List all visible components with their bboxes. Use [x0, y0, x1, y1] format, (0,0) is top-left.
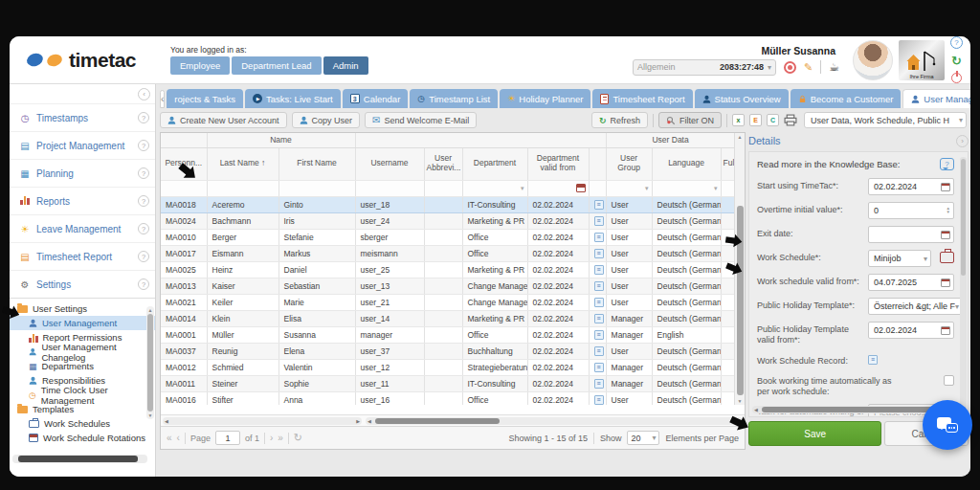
save-button[interactable]: Save — [748, 421, 881, 446]
calendar-icon[interactable] — [941, 278, 950, 287]
prev-page-button[interactable]: ‹ — [177, 433, 180, 443]
table-row[interactable]: MA0016 Stifter Anna user_16 Office 02.02… — [161, 391, 735, 405]
refresh-icon[interactable]: ↻ — [951, 54, 962, 68]
refresh-button[interactable]: ↻ Refresh — [591, 112, 648, 128]
tree-item-user-management[interactable]: User Management — [10, 316, 155, 330]
details-vertical-scrollbar[interactable] — [960, 157, 967, 412]
start-using-date-input[interactable]: 02.02.2024 — [868, 178, 954, 195]
sidebar-item-project-management[interactable]: ▤ Project Management ? — [10, 131, 155, 159]
tree-item-user-management-changelog[interactable]: User Management Changelog — [10, 345, 155, 359]
table-row[interactable]: MA0001 Müller Susanna manager Office 02.… — [161, 326, 735, 343]
task-selector[interactable]: Allgemein 2083:27:48 ▾ — [633, 59, 776, 76]
help-icon[interactable]: ? — [138, 140, 149, 151]
calendar-icon[interactable] — [941, 183, 950, 191]
user-data-record-icon[interactable]: ≡ — [594, 346, 604, 356]
user-data-record-icon[interactable]: ≡ — [594, 265, 604, 275]
scroll-up-icon[interactable]: ▲ — [735, 134, 745, 140]
help-icon[interactable]: ? — [138, 167, 149, 179]
tree-item-work-schedule-rotations[interactable]: Work Schedule Rotations — [10, 431, 155, 445]
col-language[interactable]: Language — [652, 147, 721, 180]
col-last-name[interactable]: Last Name ↑ — [207, 147, 278, 180]
book-working-time-checkbox[interactable] — [944, 375, 954, 386]
sidebar-collapse-icon[interactable]: ‹ — [138, 88, 150, 100]
scroll-columns-scrollbar[interactable]: ◀ ▶ — [366, 417, 743, 425]
scroll-up-icon[interactable]: ▲ — [146, 307, 154, 313]
col-username[interactable]: Username — [355, 147, 424, 180]
tab-tasks-live-start[interactable]: ▶ Tasks: Live Start — [245, 89, 341, 108]
sidebar-item-timestamps[interactable]: ◷ Timestamps ? — [10, 103, 155, 131]
help-icon[interactable]: ? — [950, 36, 963, 49]
sidebar-item-reports[interactable]: Reports ? — [10, 187, 155, 214]
filter-username[interactable] — [355, 180, 424, 196]
user-data-record-icon[interactable]: ≡ — [594, 298, 604, 307]
scroll-down-icon[interactable]: ▼ — [146, 412, 154, 418]
sidebar-vertical-scrollbar[interactable]: ▲ ▼ — [146, 306, 154, 419]
scroll-left-icon[interactable]: ◀ — [754, 407, 758, 412]
user-data-record-icon[interactable]: ≡ — [594, 330, 604, 340]
help-icon[interactable]: ? — [138, 278, 149, 290]
user-data-record-icon[interactable]: ≡ — [594, 379, 604, 389]
export-e-icon[interactable]: E — [749, 114, 762, 126]
table-row[interactable]: MA0014 Klein Elisa user_14 Marketing & P… — [161, 310, 735, 326]
stop-recording-icon[interactable] — [784, 61, 796, 74]
knowledge-base-link[interactable]: Read more in the Knowledge Base: — [757, 159, 940, 169]
support-chat-button[interactable] — [923, 400, 972, 450]
table-row[interactable]: MA0013 Kaiser Sebastian user_13 Change M… — [161, 278, 735, 294]
user-data-record-icon[interactable]: ≡ — [594, 363, 604, 372]
spin-down-icon[interactable]: ▼ — [947, 211, 950, 214]
knowledge-chat-icon[interactable]: ? — [940, 158, 954, 170]
col-user-abbreviation[interactable]: User Abbrevi... — [424, 147, 462, 180]
role-department-lead-button[interactable]: Department Lead — [232, 56, 321, 75]
sidebar-item-planning[interactable]: ▦ Planning ? — [10, 159, 155, 187]
logout-power-icon[interactable] — [951, 73, 962, 83]
timetac-logo[interactable]: timetac — [27, 49, 161, 72]
page-number-input[interactable]: 1 — [215, 431, 240, 445]
tab-scroll-left-button[interactable]: ‹ — [160, 90, 165, 108]
role-employee-button[interactable]: Employee — [170, 56, 230, 75]
col-department-valid-from[interactable]: Department valid from — [527, 147, 589, 180]
col-first-name[interactable]: First Name — [278, 147, 355, 180]
scroll-left-icon[interactable]: ◀ — [368, 418, 371, 424]
print-icon[interactable] — [784, 114, 797, 126]
role-admin-button[interactable]: Admin — [323, 56, 368, 75]
scrollbar-thumb[interactable] — [961, 159, 966, 276]
col-department[interactable]: Department — [462, 147, 527, 180]
overtime-input[interactable]: 0 ▲▼ — [868, 202, 954, 219]
send-welcome-email-button[interactable]: ✉ Send Welcome E-Mail — [365, 112, 477, 128]
avatar[interactable] — [853, 40, 893, 80]
scroll-right-icon[interactable]: ▶ — [356, 418, 360, 424]
tab-timesheet-report[interactable]: Timesheet Report — [592, 89, 692, 108]
tab-timestamp-list[interactable]: ◷ Timestamp List — [410, 89, 498, 108]
scroll-down-icon[interactable]: ▼ — [735, 398, 745, 404]
table-row[interactable]: MA0037 Reunig Elena user_37 Buchhaltung … — [161, 343, 735, 359]
user-data-record-icon[interactable]: ≡ — [594, 233, 604, 242]
break-coffee-icon[interactable]: ☕ — [829, 60, 839, 74]
scrollbar-thumb[interactable] — [762, 407, 934, 412]
table-row[interactable]: MA0017 Eismann Markus meismann Office 02… — [161, 245, 735, 261]
sidebar-item-leave-management[interactable]: ☀ Leave Management ? — [10, 214, 155, 242]
export-c-icon[interactable]: C — [767, 114, 779, 126]
tab-status-overview[interactable]: Status Overview — [695, 89, 789, 108]
column-set-dropdown[interactable]: User Data, Work Schedule, Public H ▾ — [804, 112, 967, 128]
export-excel-icon[interactable]: x — [732, 114, 745, 126]
filter-abbreviation[interactable] — [424, 180, 462, 196]
table-row[interactable]: MA0011 Steiner Sophie user_11 IT-Consult… — [161, 375, 735, 391]
scroll-left-icon[interactable]: ◀ — [165, 418, 168, 424]
col-full[interactable]: Ful — [721, 147, 735, 180]
work-schedule-briefcase-icon[interactable] — [940, 252, 954, 263]
holiday-valid-date-input[interactable]: 02.02.2024 — [868, 322, 954, 339]
filter-department[interactable]: ▾ — [462, 180, 527, 196]
table-row[interactable]: MA0012 Schmied Valentin user_12 Strategi… — [161, 359, 735, 375]
page-size-select[interactable]: 20 ▾ — [627, 431, 659, 445]
reload-grid-icon[interactable]: ↻ — [294, 432, 302, 444]
next-page-button[interactable]: › — [270, 433, 273, 443]
help-icon[interactable]: ? — [138, 223, 149, 234]
table-row[interactable]: MA0024 Bachmann Iris user_24 Marketing &… — [161, 212, 735, 229]
first-page-button[interactable]: « — [167, 433, 172, 443]
user-data-record-icon[interactable]: ≡ — [594, 281, 604, 291]
table-row[interactable]: MA0018 Aceremo Ginto user_18 IT-Consulti… — [161, 196, 735, 212]
user-data-record-icon[interactable]: ≡ — [594, 314, 604, 323]
edit-timestamp-icon[interactable]: ✎ — [804, 61, 813, 74]
filter-language[interactable]: ▾ — [652, 180, 721, 196]
col-user-group[interactable]: User Group — [606, 147, 652, 180]
